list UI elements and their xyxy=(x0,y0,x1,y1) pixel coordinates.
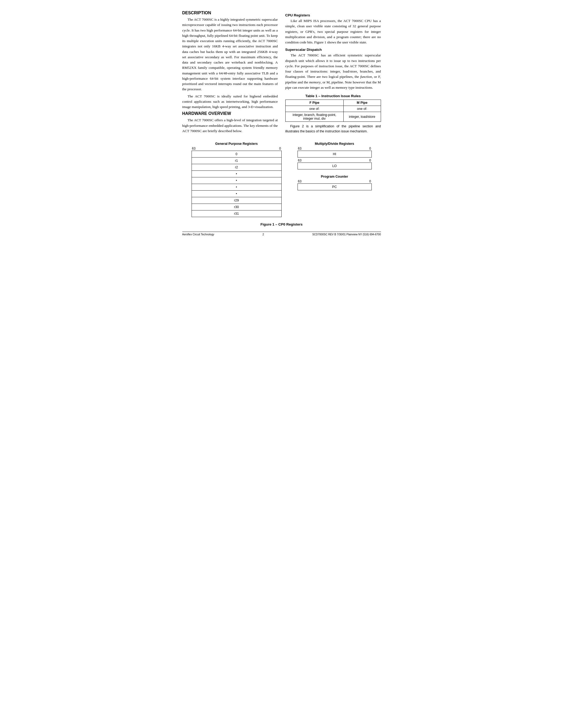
gpr-cell-r2: r2 xyxy=(191,164,282,170)
table-cell-r1c1: one of: xyxy=(286,106,343,112)
gpr-cell-dot2: • xyxy=(191,177,282,184)
main-content: DESCRIPTION The ACT 7000SC is a highly i… xyxy=(182,11,381,136)
figure-section: General Purpose Registers 63 0 0 r1 r2 •… xyxy=(182,142,381,217)
pc-row: PC xyxy=(298,183,372,190)
hi-table: HI xyxy=(298,151,372,158)
hi-bit-left: 63 xyxy=(298,147,302,150)
pc-section: Program Counter 63 0 PC xyxy=(298,175,372,190)
figure-caption: Figure 1 – CP0 Registers xyxy=(182,222,381,226)
table-note: Figure 2 is a simplification of the pipe… xyxy=(286,124,381,134)
gpr-cell-r31: r31 xyxy=(191,210,282,217)
pc-bit-labels: 63 0 xyxy=(298,179,372,183)
gpr-section: General Purpose Registers 63 0 0 r1 r2 •… xyxy=(191,142,282,217)
pc-cell: PC xyxy=(298,183,372,190)
md-label: Multiply/Divide Registers xyxy=(298,142,372,146)
right-column: CPU Registers Like all MIPS ISA processo… xyxy=(286,11,381,136)
gpr-row-r31: r31 xyxy=(191,210,282,217)
gpr-bit-right: 0 xyxy=(279,147,281,150)
table-header-fpipe: F Pipe xyxy=(286,100,343,106)
hardware-p1: The ACT 7000SC offers a high-level of in… xyxy=(182,118,278,134)
lo-table: LO xyxy=(298,163,372,169)
gpr-cell-0: 0 xyxy=(191,151,282,157)
gpr-cell-dot4: • xyxy=(191,190,282,197)
table-cell-r2c1: integer, branch, floating-point,integer … xyxy=(286,112,343,122)
gpr-cell-r30: r30 xyxy=(191,204,282,210)
md-section: Multiply/Divide Registers 63 0 HI 63 0 L xyxy=(298,142,372,169)
gpr-row-r2: r2 xyxy=(191,164,282,170)
pc-bit-right: 0 xyxy=(369,179,371,183)
gpr-cell-dot3: • xyxy=(191,184,282,190)
lo-row: LO xyxy=(298,163,372,169)
footer-center: 2 xyxy=(262,233,264,236)
superscalar-heading: Superscalar Dispatch xyxy=(286,48,381,52)
lo-bit-labels: 63 0 xyxy=(298,159,372,162)
table-header-mpipe: M Pipe xyxy=(343,100,381,106)
footer: Aeroflex Circuit Technology 2 SCD7000SC … xyxy=(182,232,381,236)
hi-cell: HI xyxy=(298,151,372,157)
cpu-registers-heading: CPU Registers xyxy=(286,13,381,17)
gpr-cell-r1: r1 xyxy=(191,157,282,164)
description-p2: The ACT 7000SC is ideally suited for hig… xyxy=(182,94,278,110)
right-registers: Multiply/Divide Registers 63 0 HI 63 0 L xyxy=(298,142,372,195)
hi-bit-labels: 63 0 xyxy=(298,147,372,150)
table-title: Table 1 – Instruction Issue Rules xyxy=(286,94,381,98)
gpr-cell-r29: r29 xyxy=(191,197,282,204)
superscalar-p: The ACT 7000SC has an efficient symmetri… xyxy=(286,53,381,90)
lo-cell: LO xyxy=(298,163,372,169)
table-row-1: one of: one of: xyxy=(286,106,381,112)
pc-label: Program Counter xyxy=(298,175,372,178)
pc-table: PC xyxy=(298,183,372,190)
table-cell-r2c2: integer, load/store xyxy=(343,112,381,122)
hi-bit-right: 0 xyxy=(369,147,371,150)
description-heading: DESCRIPTION xyxy=(182,11,278,15)
footer-left: Aeroflex Circuit Technology xyxy=(182,233,214,236)
gpr-row-dot1: • xyxy=(191,170,282,177)
gpr-row-dot2: • xyxy=(191,177,282,184)
description-p1: The ACT 7000SC is a highly integrated sy… xyxy=(182,17,278,92)
table-cell-r1c2: one of: xyxy=(343,106,381,112)
footer-right: SCD7000SC REV B 7/30/01 Plainview NY (51… xyxy=(313,233,381,236)
gpr-row-r1: r1 xyxy=(191,157,282,164)
hardware-heading: HARDWARE OVERVIEW xyxy=(182,111,278,116)
cpu-registers-p: Like all MIPS ISA processors, the ACT 70… xyxy=(286,18,381,45)
gpr-row-dot3: • xyxy=(191,184,282,190)
gpr-bit-left: 63 xyxy=(192,147,195,150)
gpr-label: General Purpose Registers xyxy=(191,142,282,146)
gpr-table: 0 r1 r2 • • • • r29 r30 r31 xyxy=(191,151,282,217)
lo-bit-right: 0 xyxy=(369,159,371,162)
gpr-row-r30: r30 xyxy=(191,204,282,210)
gpr-row-0: 0 xyxy=(191,151,282,157)
hi-row: HI xyxy=(298,151,372,157)
lo-bit-left: 63 xyxy=(298,159,302,162)
gpr-row-dot4: • xyxy=(191,190,282,197)
gpr-cell-dot1: • xyxy=(191,170,282,177)
instruction-issue-table: F Pipe M Pipe one of: one of: integer, b… xyxy=(286,100,381,122)
pc-bit-left: 63 xyxy=(298,179,302,183)
left-column: DESCRIPTION The ACT 7000SC is a highly i… xyxy=(182,11,278,136)
page: DESCRIPTION The ACT 7000SC is a highly i… xyxy=(182,11,381,236)
table-row-2: integer, branch, floating-point,integer … xyxy=(286,112,381,122)
gpr-row-r29: r29 xyxy=(191,197,282,204)
gpr-bit-labels: 63 0 xyxy=(191,147,282,150)
